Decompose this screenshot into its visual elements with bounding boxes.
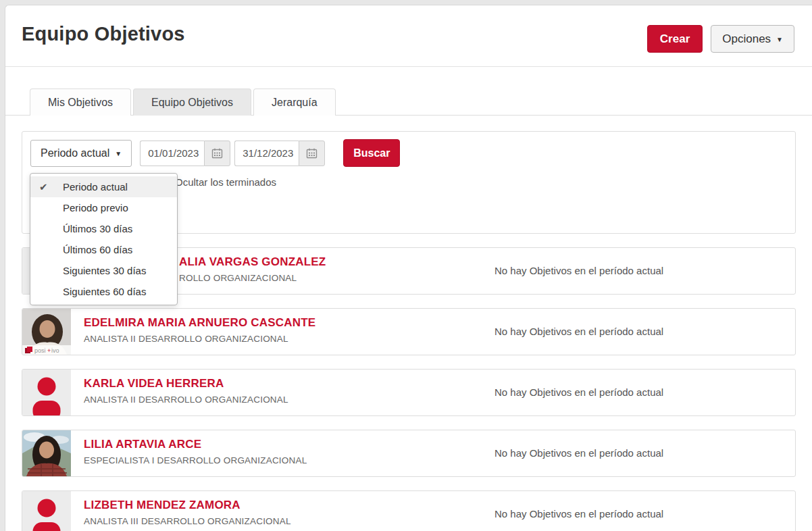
header-actions: Crear Opciones ▼ [647, 25, 794, 53]
page-header: Equipo Objetivos Crear Opciones ▼ [5, 5, 812, 67]
avatar-placeholder [22, 370, 71, 415]
dropdown-item-ultimos-60-dias[interactable]: Últimos 60 días [30, 239, 177, 260]
date-to-calendar-button[interactable] [299, 141, 325, 166]
member-name-link[interactable]: LIZBETH MENDEZ ZAMORA [84, 499, 291, 512]
tabs-bar: Mis Objetivos Equipo Objetivos Jerarquía [5, 88, 812, 116]
calendar-icon [211, 148, 223, 159]
tab-mis-objetivos[interactable]: Mis Objetivos [30, 88, 131, 116]
search-button[interactable]: Buscar [343, 139, 400, 167]
date-from-calendar-button[interactable] [204, 141, 230, 166]
dropdown-item-label: Siguientes 60 días [63, 286, 146, 297]
svg-text:ivo: ivo [51, 347, 59, 354]
person-icon [22, 491, 71, 531]
hide-finished-checkbox-label[interactable]: Ocultar los terminados [175, 176, 276, 188]
member-info: EDELMIRA MARIA ARNUERO CASCANTE ANALISTA… [84, 316, 315, 344]
chevron-down-icon: ▼ [776, 36, 783, 43]
svg-text:posi: posi [34, 347, 46, 354]
dropdown-item-siguientes-60-dias[interactable]: Siguientes 60 días [30, 281, 177, 302]
period-select-label: Periodo actual [41, 147, 109, 159]
dropdown-item-label: Últimos 30 días [63, 223, 132, 234]
avatar-photo [22, 430, 71, 476]
options-button[interactable]: Opciones ▼ [711, 25, 794, 53]
options-button-label: Opciones [722, 32, 771, 46]
person-icon [22, 370, 71, 415]
dropdown-item-label: Últimos 60 días [63, 244, 132, 255]
member-info: ALIA VARGAS GONZALEZ ROLLO ORGANIZACIONA… [179, 255, 326, 283]
member-status-text: No hay Objetivos en el período actual [494, 508, 663, 520]
dropdown-item-label: Periodo actual [63, 181, 128, 193]
filter-controls: Periodo actual ▼ [30, 139, 400, 167]
dropdown-item-siguientes-30-dias[interactable]: Siguientes 30 días [30, 260, 177, 281]
calendar-icon [306, 148, 318, 159]
member-info: LILIA ARTAVIA ARCE ESPECIALISTA I DESARR… [84, 438, 307, 465]
dropdown-item-label: Periodo previo [63, 202, 128, 213]
dropdown-item-periodo-previo[interactable]: Periodo previo [30, 197, 177, 218]
create-button[interactable]: Crear [647, 25, 703, 53]
date-to-input[interactable] [234, 141, 299, 166]
chevron-down-icon: ▼ [115, 150, 122, 157]
member-row: posi + ivo EDELMIRA MARIA ARNUERO CASCAN… [22, 308, 796, 355]
member-status-text: No hay Objetivos en el período actual [494, 265, 663, 276]
member-status-text: No hay Objetivos en el período actual [494, 326, 663, 337]
avatar-photo: posi + ivo [22, 309, 71, 355]
portrait-photo-icon [22, 430, 71, 476]
member-job-title: ANALISTA III DESARROLLO ORGANIZACIONAL [84, 516, 291, 526]
tab-jerarquia[interactable]: Jerarquía [253, 88, 336, 116]
date-from-input[interactable] [140, 141, 204, 166]
check-icon: ✔ [39, 176, 48, 197]
dropdown-item-label: Siguientes 30 días [63, 265, 146, 276]
date-to-group [234, 141, 325, 166]
dropdown-item-ultimos-30-dias[interactable]: Últimos 30 días [30, 218, 177, 239]
content-card: Equipo Objetivos Crear Opciones ▼ Mis Ob… [5, 5, 812, 531]
period-dropdown-menu: ✔ Periodo actual Periodo previo Últimos … [30, 173, 178, 305]
tab-equipo-objetivos[interactable]: Equipo Objetivos [133, 88, 251, 116]
member-row: LIZBETH MENDEZ ZAMORA ANALISTA III DESAR… [22, 490, 796, 531]
period-select-button[interactable]: Periodo actual ▼ [30, 140, 132, 167]
member-info: KARLA VIDEA HERRERA ANALISTA II DESARROL… [84, 377, 288, 405]
member-status-text: No hay Objetivos en el período actual [494, 447, 663, 459]
svg-text:+: + [47, 347, 51, 354]
member-job-title: ESPECIALISTA I DESARROLLO ORGANIZACIONAL [84, 455, 307, 465]
member-job-title: ANALISTA II DESARROLLO ORGANIZACIONAL [84, 334, 315, 344]
member-row: KARLA VIDEA HERRERA ANALISTA II DESARROL… [22, 369, 796, 416]
member-job-title: ROLLO ORGANIZACIONAL [179, 273, 326, 283]
member-job-title: ANALISTA II DESARROLLO ORGANIZACIONAL [84, 395, 288, 405]
page-title: Equipo Objetivos [22, 23, 185, 45]
date-from-group [140, 141, 230, 166]
member-row: LILIA ARTAVIA ARCE ESPECIALISTA I DESARR… [22, 430, 796, 477]
member-name-link[interactable]: LILIA ARTAVIA ARCE [84, 438, 307, 451]
dropdown-item-periodo-actual[interactable]: ✔ Periodo actual [30, 176, 177, 197]
member-name-link[interactable]: EDELMIRA MARIA ARNUERO CASCANTE [84, 316, 315, 330]
portrait-photo-icon: posi + ivo [22, 309, 71, 355]
avatar-placeholder [22, 491, 71, 531]
member-info: LIZBETH MENDEZ ZAMORA ANALISTA III DESAR… [84, 499, 291, 526]
member-name-link[interactable]: ALIA VARGAS GONZALEZ [179, 255, 326, 269]
member-name-link[interactable]: KARLA VIDEA HERRERA [84, 377, 288, 390]
member-status-text: No hay Objetivos en el período actual [494, 386, 663, 398]
